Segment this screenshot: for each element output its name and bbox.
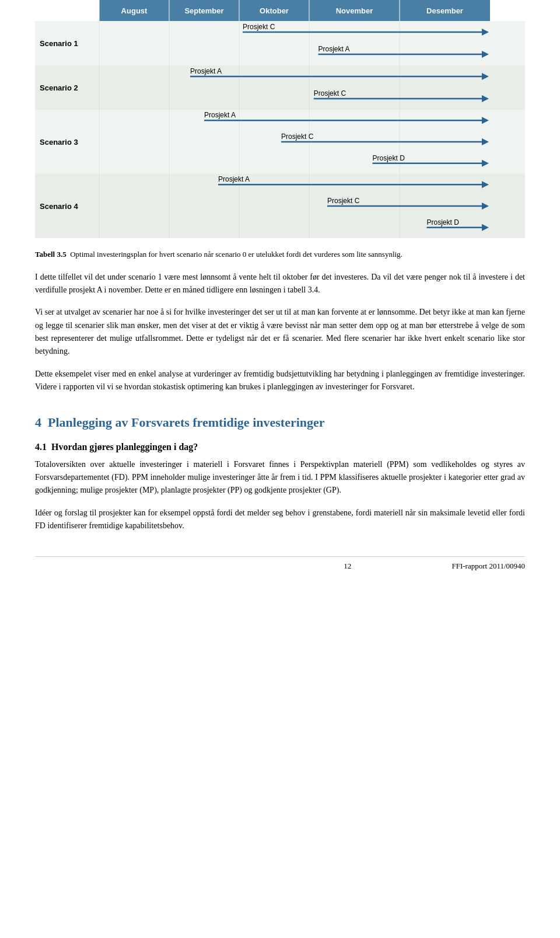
svg-rect-15	[35, 21, 525, 65]
svg-text:Prosjekt A: Prosjekt A	[204, 111, 236, 119]
subsection-paragraph-2: Idéer og forslag til prosjekter kan for …	[35, 507, 525, 533]
section-title: Planlegging av Forsvarets fremtidige inv…	[48, 415, 325, 430]
section-heading: 4 Planlegging av Forsvarets fremtidige i…	[35, 415, 525, 430]
caption-number: Tabell 3.5	[35, 250, 66, 259]
svg-text:Scenario 2: Scenario 2	[40, 83, 78, 92]
footer-report: FFI-rapport 2011/00940	[452, 562, 525, 571]
svg-text:August: August	[121, 6, 148, 15]
svg-text:Scenario 4: Scenario 4	[40, 202, 79, 211]
gantt-chart: AugustSeptemberOktoberNovemberDesemberSc…	[35, 0, 525, 238]
svg-rect-28	[35, 65, 525, 110]
svg-text:Scenario 3: Scenario 3	[40, 138, 78, 147]
subsection-title: Hvordan gjøres planleggingen i dag?	[51, 442, 198, 452]
subsection-heading: 4.1 Hvordan gjøres planleggingen i dag?	[35, 442, 525, 452]
paragraph-2: Vi ser at utvalget av scenarier har noe …	[35, 306, 525, 358]
subsection-paragraph-1: Totaloversikten over aktuelle investerin…	[35, 458, 525, 497]
footer-page-number: 12	[243, 562, 452, 571]
svg-text:Prosjekt D: Prosjekt D	[427, 218, 460, 226]
subsection-number: 4.1	[35, 442, 47, 452]
svg-text:Prosjekt C: Prosjekt C	[327, 197, 360, 205]
svg-text:November: November	[336, 6, 373, 15]
svg-text:September: September	[184, 6, 223, 15]
paragraph-3: Dette eksempelet viser med en enkel anal…	[35, 368, 525, 394]
section-number: 4	[35, 415, 41, 430]
svg-text:Prosjekt C: Prosjekt C	[243, 23, 275, 31]
svg-text:Prosjekt C: Prosjekt C	[281, 132, 314, 141]
svg-text:Prosjekt D: Prosjekt D	[373, 154, 405, 162]
table-caption: Tabell 3.5 Optimal investeringsplan for …	[35, 249, 525, 260]
svg-text:Scenario 1: Scenario 1	[40, 39, 78, 48]
svg-text:Prosjekt A: Prosjekt A	[218, 175, 250, 183]
svg-text:Desember: Desember	[426, 6, 463, 15]
svg-text:Prosjekt A: Prosjekt A	[190, 67, 222, 75]
paragraph-1: I dette tilfellet vil det under scenario…	[35, 271, 525, 297]
svg-text:Oktober: Oktober	[260, 6, 289, 15]
page-footer: 12 FFI-rapport 2011/00940	[35, 556, 525, 571]
caption-text: Optimal investeringsplan for hvert scena…	[70, 250, 402, 259]
svg-text:Prosjekt C: Prosjekt C	[314, 89, 346, 97]
svg-text:Prosjekt A: Prosjekt A	[318, 45, 350, 53]
